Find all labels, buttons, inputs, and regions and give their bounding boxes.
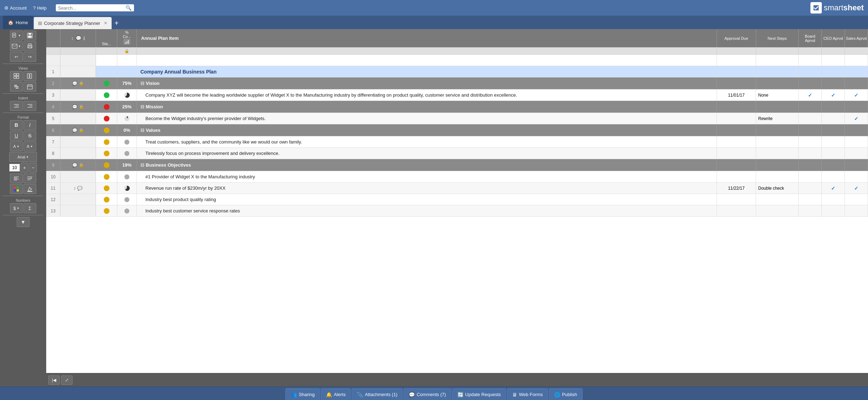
svg-rect-7 [12, 44, 17, 48]
account-link[interactable]: ⚙ Account [4, 5, 27, 11]
email-button[interactable]: ▼ [10, 41, 23, 51]
font-size-decrease-button[interactable]: − [29, 163, 37, 173]
cell-color-button[interactable] [10, 184, 23, 194]
main-cell[interactable]: Industry best customer service response … [137, 205, 717, 216]
redo-button[interactable]: ↪ [23, 52, 36, 62]
indent-wrap-button[interactable] [23, 173, 36, 183]
highlight-button[interactable] [23, 184, 36, 194]
gantt-view-button[interactable] [10, 82, 23, 92]
dropdown-arrow: ▼ [18, 34, 21, 37]
main-cell[interactable]: ⊟ Vision [137, 77, 717, 89]
grid-view-button[interactable] [10, 71, 23, 81]
save-button[interactable] [23, 31, 36, 40]
status-cell [96, 159, 117, 171]
nextsteps-cell [756, 148, 799, 159]
collapse-icon[interactable]: ⊟ [140, 128, 144, 133]
toolbar-row-3: ↩ ↪ [10, 52, 36, 62]
print-button[interactable] [23, 41, 36, 51]
underline-button[interactable]: U [10, 131, 23, 141]
pct-cell: 75% [117, 77, 137, 89]
sheet-tab[interactable]: ▤ Corporate Strategy Planner ✕ [34, 17, 112, 29]
main-cell[interactable]: Company Annual Business Plan [137, 66, 717, 77]
pct-dot-gray [124, 209, 129, 213]
pct-value: 0% [124, 128, 130, 133]
font-color-button[interactable]: A▼ [23, 141, 36, 151]
main-cell[interactable]: Tirelessly focus on process improvement … [137, 148, 717, 159]
main-cell[interactable]: Company XYZ will become the leading worl… [137, 90, 717, 101]
main-cell[interactable]: Become the Widget industry's premier pro… [137, 113, 717, 124]
main-cell[interactable]: ⊟ Business Objectives [137, 159, 717, 171]
bold-button[interactable]: B [10, 120, 23, 130]
table-row: 8 Tirelessly focus on process improvemen… [46, 148, 868, 159]
card-view-button[interactable] [23, 71, 36, 81]
main-cell[interactable]: ⊟ Values [137, 124, 717, 136]
publish-tab[interactable]: 🌐 Publish [549, 388, 583, 400]
nextsteps-cell [756, 101, 799, 113]
ceo-cell [822, 77, 845, 89]
go-to-first-button[interactable]: |◀ [48, 375, 60, 385]
expand-all-button[interactable]: ⤢ [61, 375, 73, 385]
meta-cell [60, 205, 96, 216]
alerts-tab[interactable]: 🔔 Alerts [321, 388, 351, 400]
status-dot-yellow [104, 185, 109, 191]
collapse-icon[interactable]: ⊟ [140, 104, 144, 109]
update-requests-tab[interactable]: 🔄 Update Requests [452, 388, 506, 400]
svg-rect-44 [128, 40, 129, 44]
font-family-button[interactable]: Arial ▼ [9, 152, 37, 162]
sharing-tab[interactable]: 👥 Sharing [285, 388, 320, 400]
home-tab[interactable]: 🏠 Home [3, 16, 33, 29]
expand-toolbar-button[interactable]: ▼ [17, 217, 30, 227]
new-sheet-button[interactable]: ▼ [10, 31, 23, 40]
row-num-cell: 11 [46, 183, 60, 194]
row-num-header [46, 29, 60, 47]
status-cell [96, 77, 117, 89]
indent-increase-button[interactable] [23, 101, 36, 111]
align-left-button[interactable] [10, 173, 23, 183]
pct-cell: 25% [117, 101, 137, 113]
sheet-tab-icon: ▤ [38, 21, 42, 26]
board-cell [799, 183, 822, 194]
web-forms-tab[interactable]: 🖥 Web Forms [507, 388, 548, 400]
collapse-icon[interactable]: ⊟ [140, 81, 144, 86]
comments-tab[interactable]: 💬 Comments (7) [403, 388, 451, 400]
font-size-input[interactable] [9, 164, 20, 172]
sales-cell [845, 66, 868, 77]
main-cell[interactable]: #1 Provider of Widget X to the Manufactu… [137, 171, 717, 182]
search-button[interactable]: 🔍 [125, 5, 132, 11]
next-steps-text: Double check [758, 186, 784, 191]
indent-decrease-button[interactable] [10, 101, 23, 111]
sales-cell [845, 55, 868, 66]
undo-button[interactable]: ↩ [10, 52, 23, 62]
italic-button[interactable]: I [23, 120, 36, 130]
font-size-increase-button[interactable]: + [21, 163, 28, 173]
board-cell [799, 171, 822, 182]
search-box[interactable]: 🔍 [56, 4, 134, 11]
help-link[interactable]: ? Help [33, 5, 47, 11]
sum-button[interactable]: Σ [23, 203, 36, 213]
fill-color-button[interactable]: A▼ [10, 141, 23, 151]
collapse-icon[interactable]: ⊟ [140, 162, 144, 168]
ceo-cell [822, 124, 845, 136]
main-cell[interactable]: Treat customers, suppliers, and the comm… [137, 136, 717, 147]
section-label: ⊟ Vision [140, 81, 160, 86]
main-cell[interactable]: Revenue run rate of $230m/yr by 20XX [137, 183, 717, 194]
calendar-view-button[interactable] [23, 82, 36, 92]
svg-rect-10 [28, 47, 31, 48]
meta-cell [60, 148, 96, 159]
add-tab-button[interactable]: + [112, 17, 122, 29]
main-cell[interactable] [137, 55, 717, 66]
main-cell[interactable]: Industry best product quality rating [137, 194, 717, 205]
search-input[interactable] [58, 5, 125, 11]
check-icon: ✓ [854, 116, 858, 121]
currency-button[interactable]: $▼ [10, 203, 23, 213]
attachments-tab[interactable]: 📎 Attachments (1) [352, 388, 403, 400]
gear-icon: ⚙ [4, 5, 9, 11]
svg-rect-11 [14, 74, 16, 76]
close-tab-icon[interactable]: ✕ [104, 21, 107, 26]
strikethrough-button[interactable]: S [23, 131, 36, 141]
pct-cell: 19% [117, 159, 137, 171]
pct-cell [117, 148, 137, 159]
nextsteps-cell: Rewrite [756, 113, 799, 124]
bottom-nav-buttons: |◀ ⤢ [48, 375, 73, 385]
main-cell[interactable]: ⊟ Mission [137, 101, 717, 113]
